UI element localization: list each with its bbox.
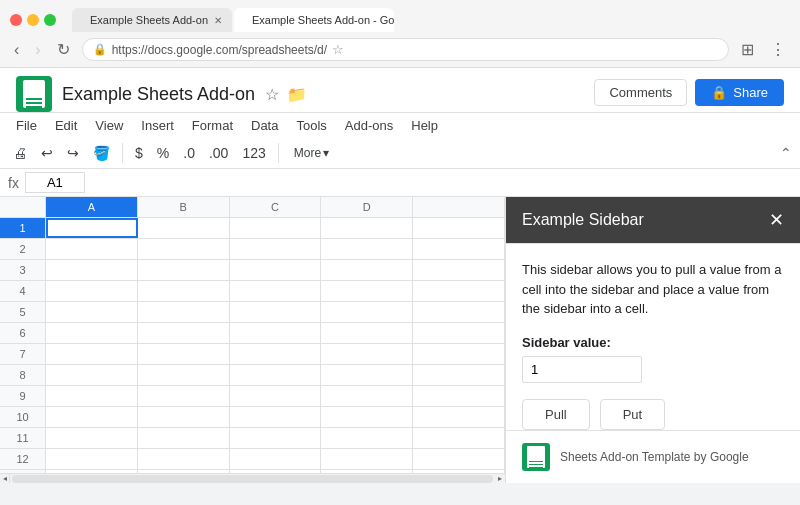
cell-a8[interactable] (46, 365, 138, 385)
menu-addons[interactable]: Add-ons (337, 115, 401, 136)
cell-b10[interactable] (138, 407, 230, 427)
h-scroll-track[interactable] (12, 475, 493, 483)
browser-tab-2[interactable]: Example Sheets Add-on - Goo... ✕ (234, 8, 394, 32)
cell-b7[interactable] (138, 344, 230, 364)
cell-e3[interactable] (413, 260, 505, 280)
sidebar-value-input[interactable] (522, 356, 642, 383)
more-button[interactable]: More ▾ (286, 143, 337, 163)
cell-e4[interactable] (413, 281, 505, 301)
cell-c4[interactable] (230, 281, 322, 301)
cell-d1[interactable] (321, 218, 413, 238)
cell-a6[interactable] (46, 323, 138, 343)
col-header-b[interactable]: B (138, 197, 230, 217)
horizontal-scrollbar[interactable]: ◂ ▸ (0, 473, 505, 483)
cell-c12[interactable] (230, 449, 322, 469)
cell-b9[interactable] (138, 386, 230, 406)
cell-e10[interactable] (413, 407, 505, 427)
cell-a9[interactable] (46, 386, 138, 406)
dollar-button[interactable]: $ (130, 142, 148, 164)
cell-d7[interactable] (321, 344, 413, 364)
menu-file[interactable]: File (8, 115, 45, 136)
star-icon[interactable]: ☆ (265, 85, 279, 104)
cell-b13[interactable] (138, 470, 230, 473)
tab-1-close[interactable]: ✕ (214, 15, 222, 26)
cell-a11[interactable] (46, 428, 138, 448)
col-header-d[interactable]: D (321, 197, 413, 217)
cell-c10[interactable] (230, 407, 322, 427)
col-header-c[interactable]: C (230, 197, 322, 217)
menu-edit[interactable]: Edit (47, 115, 85, 136)
cell-reference-input[interactable]: A1 (25, 172, 85, 193)
forward-button[interactable]: › (31, 39, 44, 61)
percent-button[interactable]: % (152, 142, 174, 164)
decimal-increase-button[interactable]: .00 (204, 142, 233, 164)
cell-c3[interactable] (230, 260, 322, 280)
cell-d12[interactable] (321, 449, 413, 469)
cell-d6[interactable] (321, 323, 413, 343)
cell-c5[interactable] (230, 302, 322, 322)
cell-c9[interactable] (230, 386, 322, 406)
share-button[interactable]: 🔒 Share (695, 79, 784, 106)
cell-b4[interactable] (138, 281, 230, 301)
cell-c7[interactable] (230, 344, 322, 364)
cell-e12[interactable] (413, 449, 505, 469)
cell-a13[interactable] (46, 470, 138, 473)
cell-b1[interactable] (138, 218, 230, 238)
cell-a12[interactable] (46, 449, 138, 469)
cell-a7[interactable] (46, 344, 138, 364)
cell-b5[interactable] (138, 302, 230, 322)
cell-b6[interactable] (138, 323, 230, 343)
cell-a5[interactable] (46, 302, 138, 322)
col-header-a[interactable]: A (46, 197, 138, 217)
minimize-window-button[interactable] (27, 14, 39, 26)
cell-a3[interactable] (46, 260, 138, 280)
cell-e6[interactable] (413, 323, 505, 343)
cell-b12[interactable] (138, 449, 230, 469)
scroll-left-button[interactable]: ◂ (0, 474, 10, 484)
bookmark-icon[interactable]: ☆ (332, 42, 344, 57)
cell-d11[interactable] (321, 428, 413, 448)
cell-a2[interactable] (46, 239, 138, 259)
cell-e5[interactable] (413, 302, 505, 322)
cell-e8[interactable] (413, 365, 505, 385)
cell-a10[interactable] (46, 407, 138, 427)
comments-button[interactable]: Comments (594, 79, 687, 106)
cell-c6[interactable] (230, 323, 322, 343)
menu-dots-button[interactable]: ⋮ (766, 38, 790, 61)
cell-a1[interactable] (46, 218, 138, 238)
cell-c1[interactable] (230, 218, 322, 238)
undo-button[interactable]: ↩ (36, 142, 58, 164)
cell-c2[interactable] (230, 239, 322, 259)
redo-button[interactable]: ↪ (62, 142, 84, 164)
close-window-button[interactable] (10, 14, 22, 26)
cell-d9[interactable] (321, 386, 413, 406)
cell-d5[interactable] (321, 302, 413, 322)
back-button[interactable]: ‹ (10, 39, 23, 61)
folder-icon[interactable]: 📁 (287, 85, 307, 104)
col-header-e[interactable] (413, 197, 505, 217)
cell-d13[interactable] (321, 470, 413, 473)
toolbar-collapse-button[interactable]: ⌃ (780, 145, 792, 161)
reload-button[interactable]: ↻ (53, 38, 74, 61)
cell-d10[interactable] (321, 407, 413, 427)
sidebar-close-button[interactable]: ✕ (769, 211, 784, 229)
cell-b11[interactable] (138, 428, 230, 448)
cell-d8[interactable] (321, 365, 413, 385)
cell-e7[interactable] (413, 344, 505, 364)
menu-help[interactable]: Help (403, 115, 446, 136)
scroll-right-button[interactable]: ▸ (495, 474, 505, 484)
cell-d2[interactable] (321, 239, 413, 259)
paint-format-button[interactable]: 🪣 (88, 142, 115, 164)
address-bar[interactable]: 🔒 https://docs.google.com/spreadsheets/d… (82, 38, 729, 61)
cell-e1[interactable] (413, 218, 505, 238)
cell-c13[interactable] (230, 470, 322, 473)
menu-format[interactable]: Format (184, 115, 241, 136)
cell-b3[interactable] (138, 260, 230, 280)
cell-d3[interactable] (321, 260, 413, 280)
cell-a4[interactable] (46, 281, 138, 301)
print-button[interactable]: 🖨 (8, 142, 32, 164)
menu-tools[interactable]: Tools (288, 115, 334, 136)
cell-d4[interactable] (321, 281, 413, 301)
browser-tab-1[interactable]: Example Sheets Add-on ✕ (72, 8, 232, 32)
menu-data[interactable]: Data (243, 115, 286, 136)
